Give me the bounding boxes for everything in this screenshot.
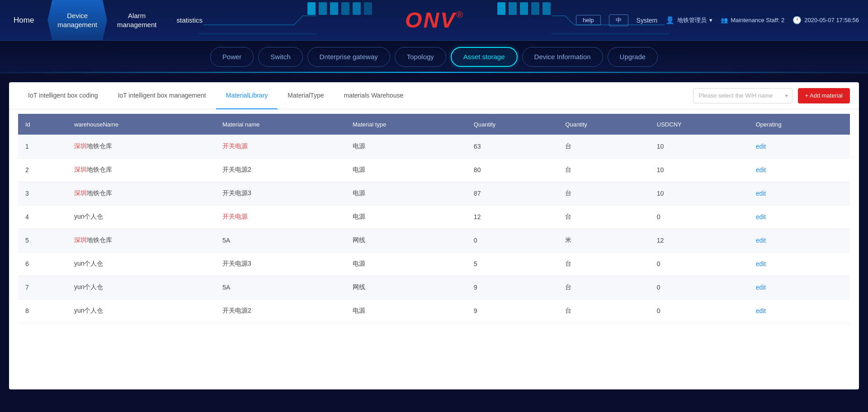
user-info[interactable]: 👤 地铁管理员 ▾ bbox=[665, 16, 712, 24]
tab-materials-warehouse[interactable]: materials Warehouse bbox=[334, 82, 413, 109]
edit-link[interactable]: edit bbox=[756, 237, 766, 244]
maintenance-icon: 👥 bbox=[721, 17, 728, 23]
edit-link[interactable]: edit bbox=[756, 190, 766, 197]
cell-operating: edit bbox=[749, 252, 850, 276]
cell-operating: edit bbox=[749, 229, 850, 252]
subnav-asset-storage[interactable]: Asset storage bbox=[451, 47, 518, 67]
user-icon: 👤 bbox=[665, 16, 675, 24]
header: Home Devicemanagement Alarmmanagement st… bbox=[0, 0, 868, 41]
table-row: 3 深圳地铁仓库 开关电源3 电源 87 台 10 edit bbox=[18, 182, 850, 205]
warehouse-select[interactable]: Please select the W/H name bbox=[693, 88, 793, 103]
tab-iot-coding[interactable]: IoT intelligent box coding bbox=[18, 82, 108, 109]
add-material-button[interactable]: + Add material bbox=[798, 88, 850, 103]
edit-link[interactable]: edit bbox=[756, 260, 766, 267]
edit-link[interactable]: edit bbox=[756, 284, 766, 291]
cell-quantity1: 80 bbox=[467, 158, 558, 182]
edit-link[interactable]: edit bbox=[756, 307, 766, 314]
col-warehouse-name: warehouseName bbox=[67, 114, 215, 135]
cell-quantity2: 台 bbox=[558, 299, 649, 323]
language-button[interactable]: 中 bbox=[609, 14, 628, 26]
edit-link[interactable]: edit bbox=[756, 213, 766, 220]
cell-operating: edit bbox=[749, 158, 850, 182]
cell-warehouse-name: 深圳地铁仓库 bbox=[67, 182, 215, 205]
tab-material-type[interactable]: MaterialType bbox=[278, 82, 334, 109]
cell-id: 7 bbox=[18, 276, 67, 299]
edit-link[interactable]: edit bbox=[756, 143, 766, 150]
cell-material-name: 开关电源2 bbox=[215, 299, 345, 323]
cell-warehouse-name: 深圳地铁仓库 bbox=[67, 158, 215, 182]
system-button[interactable]: System bbox=[637, 17, 658, 24]
sub-nav: Power Switch Dnterprise gateway Topology… bbox=[0, 41, 868, 73]
cell-operating: edit bbox=[749, 135, 850, 158]
svg-rect-10 bbox=[353, 2, 361, 15]
nav-statistics[interactable]: statistics bbox=[166, 0, 212, 40]
col-quantity1: Quantity bbox=[467, 114, 558, 135]
svg-line-4 bbox=[565, 16, 574, 25]
svg-rect-14 bbox=[520, 2, 528, 15]
logo-text: ONV bbox=[405, 8, 456, 33]
svg-rect-8 bbox=[330, 2, 338, 15]
nav-alarm-management[interactable]: Alarmmanagement bbox=[107, 0, 167, 40]
cell-quantity1: 63 bbox=[467, 135, 558, 158]
cell-usdcny: 0 bbox=[650, 252, 749, 276]
cell-usdcny: 0 bbox=[650, 205, 749, 229]
cell-material-name: 开关电源2 bbox=[215, 158, 345, 182]
cell-warehouse-name: yun个人仓 bbox=[67, 276, 215, 299]
cell-operating: edit bbox=[749, 182, 850, 205]
subnav-device-information[interactable]: Device Information bbox=[522, 47, 603, 67]
nav-device-management[interactable]: Devicemanagement bbox=[47, 0, 107, 40]
svg-rect-6 bbox=[307, 2, 316, 15]
svg-rect-16 bbox=[542, 2, 551, 15]
cell-material-name: 5A bbox=[215, 229, 345, 252]
cell-usdcny: 10 bbox=[650, 182, 749, 205]
header-right: help 中 System 👤 地铁管理员 ▾ 👥 Maintenance St… bbox=[576, 14, 868, 26]
col-operating: Operating bbox=[749, 114, 850, 135]
cell-material-type: 电源 bbox=[345, 135, 467, 158]
cell-quantity1: 0 bbox=[467, 229, 558, 252]
subnav-enterprise-gateway[interactable]: Dnterprise gateway bbox=[307, 47, 390, 67]
cell-usdcny: 0 bbox=[650, 276, 749, 299]
tab-iot-management[interactable]: IoT intelligent box management bbox=[108, 82, 216, 109]
cell-material-type: 电源 bbox=[345, 299, 467, 323]
edit-link[interactable]: edit bbox=[756, 166, 766, 173]
warehouse-select-wrapper: Please select the W/H name ▾ bbox=[693, 88, 793, 103]
cell-warehouse-name: yun个人仓 bbox=[67, 252, 215, 276]
cell-material-type: 电源 bbox=[345, 205, 467, 229]
table-row: 5 深圳地铁仓库 5A 网线 0 米 12 edit bbox=[18, 229, 850, 252]
cell-material-name: 开关电源3 bbox=[215, 252, 345, 276]
cell-material-name: 开关电源 bbox=[215, 135, 345, 158]
cell-material-type: 网线 bbox=[345, 229, 467, 252]
subnav-topology[interactable]: Topology bbox=[395, 47, 446, 67]
table-header-row: Id warehouseName Material name Material … bbox=[18, 114, 850, 135]
cell-operating: edit bbox=[749, 276, 850, 299]
main-content: IoT intelligent box coding IoT intellige… bbox=[9, 82, 859, 389]
cell-id: 2 bbox=[18, 158, 67, 182]
material-table: Id warehouseName Material name Material … bbox=[18, 114, 850, 323]
svg-line-1 bbox=[294, 16, 303, 25]
subnav-switch[interactable]: Switch bbox=[258, 47, 302, 67]
svg-rect-12 bbox=[497, 2, 505, 15]
subnav-power[interactable]: Power bbox=[210, 47, 254, 67]
help-button[interactable]: help bbox=[576, 15, 601, 25]
tab-bar: IoT intelligent box coding IoT intellige… bbox=[9, 82, 859, 109]
nav-home[interactable]: Home bbox=[0, 0, 47, 40]
cell-usdcny: 10 bbox=[650, 135, 749, 158]
tab-actions: Please select the W/H name ▾ + Add mater… bbox=[693, 88, 850, 103]
cell-id: 4 bbox=[18, 205, 67, 229]
tab-material-library[interactable]: MaterialLibrary bbox=[216, 82, 278, 109]
table-wrapper: Id warehouseName Material name Material … bbox=[9, 114, 859, 323]
cell-warehouse-name: yun个人仓 bbox=[67, 205, 215, 229]
logo: ONV ® bbox=[405, 8, 463, 33]
table-row: 4 yun个人仓 开关电源 电源 12 台 0 edit bbox=[18, 205, 850, 229]
cell-quantity2: 台 bbox=[558, 135, 649, 158]
cell-material-type: 网线 bbox=[345, 276, 467, 299]
cell-warehouse-name: yun个人仓 bbox=[67, 299, 215, 323]
cell-material-type: 电源 bbox=[345, 182, 467, 205]
cell-quantity2: 台 bbox=[558, 182, 649, 205]
cell-material-name: 开关电源 bbox=[215, 205, 345, 229]
cell-usdcny: 10 bbox=[650, 158, 749, 182]
cell-material-name: 5A bbox=[215, 276, 345, 299]
table-row: 6 yun个人仓 开关电源3 电源 5 台 0 edit bbox=[18, 252, 850, 276]
subnav-upgrade[interactable]: Upgrade bbox=[608, 47, 658, 67]
cell-quantity1: 12 bbox=[467, 205, 558, 229]
